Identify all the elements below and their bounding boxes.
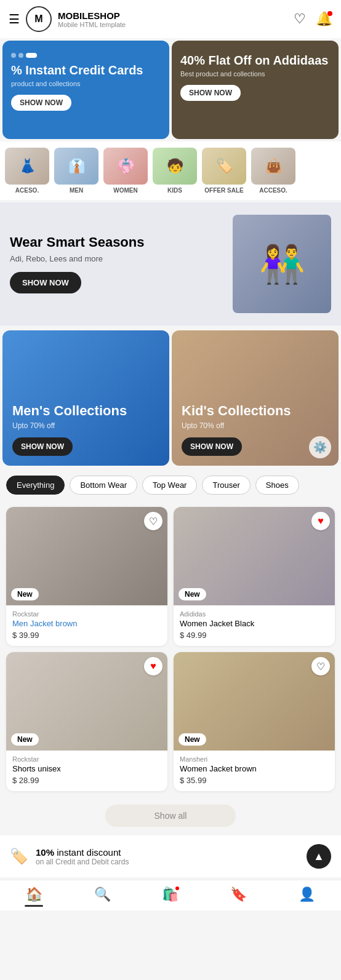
wear-smart-btn[interactable]: SHOW NOW — [10, 272, 81, 293]
product-image-3: New ♡ — [174, 652, 335, 751]
discount-info: 10% instant discount on all Credit and D… — [36, 847, 129, 866]
product-image-1: New ♥ — [174, 507, 335, 605]
category-item-women[interactable]: 👘 WOMEN — [101, 145, 150, 196]
discount-percent: 10% — [36, 847, 54, 858]
search-icon: 🔍 — [94, 886, 111, 902]
notification-icon[interactable]: 🔔 — [316, 11, 332, 27]
nav-item-profile[interactable]: 👤 — [273, 886, 341, 907]
wear-smart-banner: Wear Smart Seasons Adi, Rebo, Lees and m… — [0, 202, 341, 325]
kids-collection-btn[interactable]: SHOW NOW — [182, 437, 242, 456]
wishlist-icon[interactable]: ♡ — [294, 11, 306, 27]
header-right: ♡ 🔔 — [294, 11, 332, 27]
men-collection-title: Men's Collections — [12, 403, 159, 419]
logo: M — [26, 6, 52, 32]
product-card-2[interactable]: New ♥ Rockstar Shorts unisex $ 28.99 — [6, 652, 167, 791]
nav-active-indicator — [25, 905, 43, 907]
cart-dot — [175, 886, 179, 890]
product-card-1[interactable]: New ♥ Adididas Women Jacket Black $ 49.9… — [174, 507, 335, 646]
product-name-2: Shorts unisex — [12, 764, 161, 773]
show-all-button[interactable]: Show all — [105, 805, 236, 827]
brand-sub: Mobile HTML template — [58, 21, 126, 28]
discount-text: 10% instant discount — [36, 847, 129, 858]
product-heart-3[interactable]: ♡ — [311, 657, 330, 675]
product-card-3[interactable]: New ♡ Mansheri Women Jacket brown $ 35.9… — [174, 652, 335, 791]
wear-smart-sub: Adi, Rebo, Lees and more — [10, 254, 233, 263]
bookmark-icon: 🔖 — [230, 886, 247, 902]
hero-dot — [11, 53, 16, 58]
category-label-aceso: ACESO. — [5, 187, 49, 194]
hero-dot — [18, 53, 23, 58]
kids-collection-off: Upto 70% off — [182, 421, 329, 430]
product-badge-3: New — [179, 733, 206, 746]
category-label-women: WOMEN — [103, 187, 148, 194]
nav-item-saved[interactable]: 🔖 — [204, 886, 273, 907]
logo-letter: M — [34, 14, 42, 25]
wear-smart-image: 👫 — [233, 215, 331, 313]
home-icon: 🏠 — [26, 886, 42, 902]
discount-banner: 🏷️ 10% instant discount on all Credit an… — [0, 835, 341, 877]
notification-dot — [327, 11, 332, 16]
men-collection-btn[interactable]: SHOW NOW — [12, 437, 73, 456]
product-image-0: New ♡ — [6, 507, 167, 605]
filter-tab-bottom-wear[interactable]: Bottom Wear — [70, 476, 137, 495]
men-collection-card: Men's Collections Upto 70% off SHOW NOW — [2, 330, 169, 466]
category-image-offer: 🏷️ — [202, 148, 246, 185]
kids-collection-card: Kid's Collections Upto 70% off SHOW NOW … — [172, 330, 339, 466]
product-card-0[interactable]: New ♡ Rockstar Men Jacket brown $ 39.99 — [6, 507, 167, 646]
scroll-top-button[interactable]: ▲ — [307, 844, 331, 869]
category-image-men: 👔 — [54, 148, 98, 185]
category-item-men[interactable]: 👔 MEN — [52, 145, 101, 196]
category-image-kids: 🧒 — [153, 148, 197, 185]
discount-sub: on all Credit and Debit cards — [36, 858, 129, 866]
profile-icon: 👤 — [299, 886, 315, 902]
nav-item-home[interactable]: 🏠 — [0, 886, 68, 907]
settings-fab[interactable]: ⚙️ — [309, 436, 331, 458]
product-brand-3: Mansheri — [180, 755, 329, 763]
hero-right-sub: Best product and collections — [180, 70, 330, 78]
product-badge-0: New — [11, 588, 39, 600]
product-badge-2: New — [11, 733, 39, 746]
product-heart-0[interactable]: ♡ — [144, 512, 162, 530]
category-item-aceso[interactable]: 👗 ACESO. — [2, 145, 52, 196]
menu-icon[interactable]: ☰ — [9, 12, 20, 26]
product-info-0: Rockstar Men Jacket brown $ 39.99 — [6, 605, 167, 646]
category-scroll: 👗 ACESO. 👔 MEN 👘 WOMEN 🧒 KIDS 🏷️ OFFER S… — [0, 141, 341, 200]
hero-left-sub: product and collections — [11, 80, 161, 87]
hero-right-btn[interactable]: SHOW NOW — [180, 85, 241, 101]
hero-right-title: 40% Flat Off on Addidaas — [180, 53, 330, 68]
product-info-3: Mansheri Women Jacket brown $ 35.99 — [174, 751, 335, 791]
discount-tag-icon: 🏷️ — [10, 848, 28, 865]
category-label-acceso: ACCESO. — [251, 187, 295, 194]
category-image-women: 👘 — [103, 148, 148, 185]
header: ☰ M MOBILESHOP Mobile HTML template ♡ 🔔 — [0, 0, 341, 38]
product-price-3: $ 35.99 — [180, 776, 329, 785]
kids-collection-title: Kid's Collections — [182, 403, 329, 419]
filter-tab-top-wear[interactable]: Top Wear — [142, 476, 197, 495]
product-heart-2[interactable]: ♥ — [144, 657, 162, 675]
hero-section: % Instant Credit Cards product and colle… — [0, 38, 341, 141]
filter-tab-shoes[interactable]: Shoes — [255, 476, 299, 495]
category-item-acceso[interactable]: 👜 ACCESO. — [249, 145, 298, 196]
nav-item-cart[interactable]: 🛍️ — [137, 886, 205, 907]
product-price-2: $ 28.99 — [12, 776, 161, 785]
category-item-offer[interactable]: 🏷️ OFFER SALE — [199, 145, 249, 196]
product-heart-1[interactable]: ♥ — [311, 512, 330, 530]
hero-dot-active — [26, 53, 37, 58]
product-grid: New ♡ Rockstar Men Jacket brown $ 39.99 … — [0, 502, 341, 796]
discount-label: instant discount — [57, 847, 121, 858]
wear-smart-text: Wear Smart Seasons Adi, Rebo, Lees and m… — [10, 234, 233, 293]
nav-item-search[interactable]: 🔍 — [68, 886, 137, 907]
category-item-kids[interactable]: 🧒 KIDS — [150, 145, 199, 196]
filter-tab-everything[interactable]: Everything — [6, 476, 65, 495]
category-label-offer: OFFER SALE — [202, 187, 246, 194]
hero-left-btn[interactable]: SHOW NOW — [11, 95, 71, 111]
product-image-2: New ♥ — [6, 652, 167, 751]
filter-tab-trouser[interactable]: Trouser — [202, 476, 250, 495]
product-price-1: $ 49.99 — [180, 631, 329, 640]
hero-left-title: % Instant Credit Cards — [11, 63, 161, 78]
header-left: ☰ M MOBILESHOP Mobile HTML template — [9, 6, 126, 32]
men-collection-off: Upto 70% off — [12, 421, 159, 430]
hero-dots — [11, 53, 161, 58]
collections-section: Men's Collections Upto 70% off SHOW NOW … — [0, 328, 341, 468]
category-image-acceso: 👜 — [251, 148, 295, 185]
